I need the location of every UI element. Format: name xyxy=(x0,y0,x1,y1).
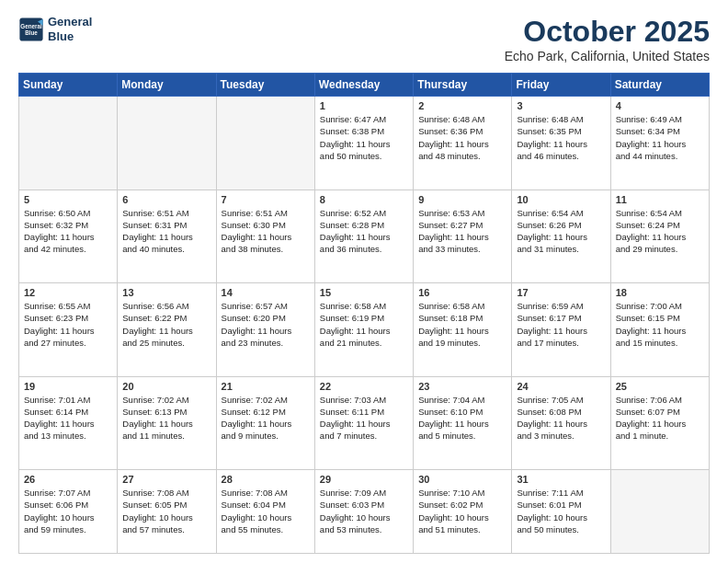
day-number: 1 xyxy=(320,100,408,111)
logo-line1: General xyxy=(48,15,92,29)
day-number: 14 xyxy=(222,287,310,298)
calendar-week-3: 19Sunrise: 7:01 AM Sunset: 6:14 PM Dayli… xyxy=(19,376,710,470)
day-number: 20 xyxy=(122,381,210,392)
weekday-header-thursday: Thursday xyxy=(414,74,512,97)
calendar-cell xyxy=(118,97,216,190)
calendar-cell: 4Sunrise: 6:49 AM Sunset: 6:34 PM Daylig… xyxy=(610,97,709,190)
svg-text:General: General xyxy=(20,22,42,29)
calendar-cell: 6Sunrise: 6:51 AM Sunset: 6:31 PM Daylig… xyxy=(118,190,216,283)
day-number: 10 xyxy=(517,194,605,205)
logo-icon: General Blue xyxy=(18,17,44,42)
day-number: 11 xyxy=(616,194,704,205)
calendar-cell: 8Sunrise: 6:52 AM Sunset: 6:28 PM Daylig… xyxy=(314,190,413,283)
calendar-cell: 14Sunrise: 6:57 AM Sunset: 6:20 PM Dayli… xyxy=(216,283,314,377)
day-detail: Sunrise: 6:48 AM Sunset: 6:36 PM Dayligh… xyxy=(418,113,506,162)
day-number: 6 xyxy=(122,194,210,205)
calendar-cell: 22Sunrise: 7:03 AM Sunset: 6:11 PM Dayli… xyxy=(314,376,413,470)
logo-line2: Blue xyxy=(48,29,92,44)
header-row: SundayMondayTuesdayWednesdayThursdayFrid… xyxy=(19,74,710,97)
calendar-cell: 11Sunrise: 6:54 AM Sunset: 6:24 PM Dayli… xyxy=(610,190,709,283)
day-detail: Sunrise: 7:05 AM Sunset: 6:08 PM Dayligh… xyxy=(517,394,605,442)
calendar-week-2: 12Sunrise: 6:55 AM Sunset: 6:23 PM Dayli… xyxy=(19,283,710,377)
day-detail: Sunrise: 7:08 AM Sunset: 6:04 PM Dayligh… xyxy=(222,487,310,535)
day-detail: Sunrise: 6:54 AM Sunset: 6:26 PM Dayligh… xyxy=(517,207,605,256)
day-detail: Sunrise: 7:10 AM Sunset: 6:02 PM Dayligh… xyxy=(418,487,506,535)
day-detail: Sunrise: 7:06 AM Sunset: 6:07 PM Dayligh… xyxy=(616,394,704,442)
day-number: 2 xyxy=(418,100,506,111)
calendar-cell: 17Sunrise: 6:59 AM Sunset: 6:17 PM Dayli… xyxy=(512,283,610,377)
day-detail: Sunrise: 7:07 AM Sunset: 6:06 PM Dayligh… xyxy=(24,487,112,535)
day-number: 19 xyxy=(24,381,112,392)
day-number: 3 xyxy=(517,100,605,111)
day-number: 28 xyxy=(222,474,310,485)
day-number: 21 xyxy=(222,381,310,392)
day-number: 17 xyxy=(517,287,605,298)
day-number: 15 xyxy=(320,287,408,298)
calendar-week-1: 5Sunrise: 6:50 AM Sunset: 6:32 PM Daylig… xyxy=(19,190,710,283)
calendar-cell: 21Sunrise: 7:02 AM Sunset: 6:12 PM Dayli… xyxy=(216,376,314,470)
svg-text:Blue: Blue xyxy=(25,29,38,36)
calendar-cell: 28Sunrise: 7:08 AM Sunset: 6:04 PM Dayli… xyxy=(216,470,314,554)
day-detail: Sunrise: 7:08 AM Sunset: 6:05 PM Dayligh… xyxy=(122,487,210,535)
day-detail: Sunrise: 6:57 AM Sunset: 6:20 PM Dayligh… xyxy=(222,300,310,349)
calendar-cell: 20Sunrise: 7:02 AM Sunset: 6:13 PM Dayli… xyxy=(118,376,216,470)
weekday-header-friday: Friday xyxy=(512,74,610,97)
calendar-cell xyxy=(19,97,118,190)
day-number: 26 xyxy=(24,474,112,485)
calendar-cell: 18Sunrise: 7:00 AM Sunset: 6:15 PM Dayli… xyxy=(610,283,709,377)
day-number: 25 xyxy=(616,381,704,392)
day-detail: Sunrise: 7:01 AM Sunset: 6:14 PM Dayligh… xyxy=(24,394,112,442)
day-number: 18 xyxy=(616,287,704,298)
calendar-cell: 5Sunrise: 6:50 AM Sunset: 6:32 PM Daylig… xyxy=(19,190,118,283)
calendar-cell: 23Sunrise: 7:04 AM Sunset: 6:10 PM Dayli… xyxy=(414,376,512,470)
calendar-table: SundayMondayTuesdayWednesdayThursdayFrid… xyxy=(18,73,710,554)
logo: General Blue General Blue xyxy=(18,15,92,43)
day-number: 30 xyxy=(418,474,506,485)
page: General Blue General Blue October 2025 E… xyxy=(0,0,728,563)
day-number: 9 xyxy=(418,194,506,205)
day-detail: Sunrise: 7:04 AM Sunset: 6:10 PM Dayligh… xyxy=(418,394,506,442)
calendar-week-4: 26Sunrise: 7:07 AM Sunset: 6:06 PM Dayli… xyxy=(19,470,710,554)
calendar-cell: 24Sunrise: 7:05 AM Sunset: 6:08 PM Dayli… xyxy=(512,376,610,470)
day-detail: Sunrise: 7:09 AM Sunset: 6:03 PM Dayligh… xyxy=(320,487,408,535)
calendar-cell: 10Sunrise: 6:54 AM Sunset: 6:26 PM Dayli… xyxy=(512,190,610,283)
calendar-cell xyxy=(216,97,314,190)
day-detail: Sunrise: 6:52 AM Sunset: 6:28 PM Dayligh… xyxy=(320,207,408,256)
title-section: October 2025 Echo Park, California, Unit… xyxy=(505,15,710,63)
calendar-cell: 29Sunrise: 7:09 AM Sunset: 6:03 PM Dayli… xyxy=(314,470,413,554)
month-title: October 2025 xyxy=(505,15,710,49)
day-number: 22 xyxy=(320,381,408,392)
day-detail: Sunrise: 7:02 AM Sunset: 6:13 PM Dayligh… xyxy=(122,394,210,442)
day-detail: Sunrise: 6:51 AM Sunset: 6:30 PM Dayligh… xyxy=(222,207,310,256)
weekday-header-monday: Monday xyxy=(118,74,216,97)
day-number: 8 xyxy=(320,194,408,205)
location: Echo Park, California, United States xyxy=(505,49,710,63)
calendar-cell: 9Sunrise: 6:53 AM Sunset: 6:27 PM Daylig… xyxy=(414,190,512,283)
day-detail: Sunrise: 7:03 AM Sunset: 6:11 PM Dayligh… xyxy=(320,394,408,442)
calendar-cell: 13Sunrise: 6:56 AM Sunset: 6:22 PM Dayli… xyxy=(118,283,216,377)
calendar-cell: 31Sunrise: 7:11 AM Sunset: 6:01 PM Dayli… xyxy=(512,470,610,554)
day-number: 24 xyxy=(517,381,605,392)
day-number: 16 xyxy=(418,287,506,298)
day-number: 12 xyxy=(24,287,112,298)
weekday-header-saturday: Saturday xyxy=(610,74,709,97)
calendar-cell xyxy=(610,470,709,554)
logo-text: General Blue xyxy=(48,15,92,43)
day-detail: Sunrise: 6:58 AM Sunset: 6:19 PM Dayligh… xyxy=(320,300,408,349)
calendar-week-0: 1Sunrise: 6:47 AM Sunset: 6:38 PM Daylig… xyxy=(19,97,710,190)
day-detail: Sunrise: 6:55 AM Sunset: 6:23 PM Dayligh… xyxy=(24,300,112,349)
day-detail: Sunrise: 6:51 AM Sunset: 6:31 PM Dayligh… xyxy=(122,207,210,256)
day-detail: Sunrise: 7:11 AM Sunset: 6:01 PM Dayligh… xyxy=(517,487,605,535)
calendar-cell: 19Sunrise: 7:01 AM Sunset: 6:14 PM Dayli… xyxy=(19,376,118,470)
day-detail: Sunrise: 6:59 AM Sunset: 6:17 PM Dayligh… xyxy=(517,300,605,349)
calendar-cell: 7Sunrise: 6:51 AM Sunset: 6:30 PM Daylig… xyxy=(216,190,314,283)
day-number: 23 xyxy=(418,381,506,392)
calendar-cell: 12Sunrise: 6:55 AM Sunset: 6:23 PM Dayli… xyxy=(19,283,118,377)
day-number: 13 xyxy=(122,287,210,298)
day-detail: Sunrise: 6:54 AM Sunset: 6:24 PM Dayligh… xyxy=(616,207,704,256)
day-detail: Sunrise: 6:49 AM Sunset: 6:34 PM Dayligh… xyxy=(616,113,704,162)
calendar-cell: 30Sunrise: 7:10 AM Sunset: 6:02 PM Dayli… xyxy=(414,470,512,554)
day-detail: Sunrise: 6:50 AM Sunset: 6:32 PM Dayligh… xyxy=(24,207,112,256)
calendar-cell: 26Sunrise: 7:07 AM Sunset: 6:06 PM Dayli… xyxy=(19,470,118,554)
weekday-header-tuesday: Tuesday xyxy=(216,74,314,97)
